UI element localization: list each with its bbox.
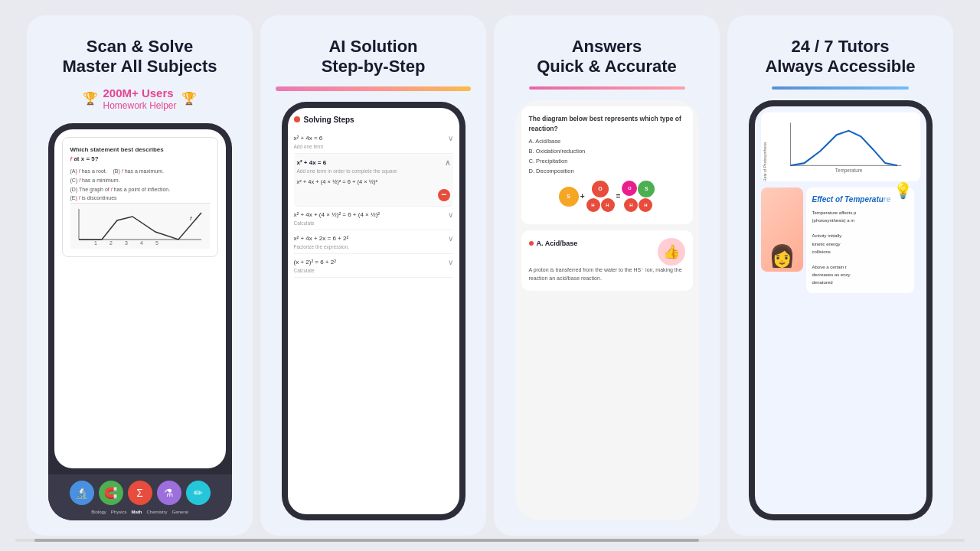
card-ai-solution: AI SolutionStep-by-Step Solving Steps x²… xyxy=(260,15,486,536)
underline-decoration-4 xyxy=(772,86,909,90)
step-1: x² + 4x = 6 ∨ Add one term xyxy=(294,130,453,154)
badge-text: 200M+ Users xyxy=(103,86,173,99)
step-3-toggle[interactable]: ∨ xyxy=(448,210,453,219)
quiz-options: A. Acid/baseB. Oxidation/reductionC. Pre… xyxy=(529,137,685,176)
biology-icon[interactable]: 🔬 xyxy=(70,481,94,505)
step-1-formula: x² + 4x = 6 xyxy=(294,135,323,142)
step-1-toggle[interactable]: ∨ xyxy=(448,134,453,142)
solving-steps-screen: Solving Steps x² + 4x = 6 ∨ Add one term… xyxy=(288,108,459,514)
molecule-H3: H xyxy=(624,198,638,212)
chart-area: Rate of Photosynthesis Temperature xyxy=(761,112,920,181)
h-pair-2: H H xyxy=(624,198,652,212)
phone-screen-2: Solving Steps x² + 4x = 6 ∨ Add one term… xyxy=(288,108,459,514)
svg-text:5: 5 xyxy=(155,240,158,246)
molecule-S1: S xyxy=(559,187,579,207)
badge-sub: Homework Helper xyxy=(103,100,176,111)
badge: 🏆 200M+ Users Homework Helper 🏆 xyxy=(83,86,196,111)
svg-text:4: 4 xyxy=(140,240,143,246)
card-answers: AnswersQuick & Accurate The diagram belo… xyxy=(494,15,720,536)
O-pink-O-row: O S xyxy=(622,181,655,197)
svg-text:2: 2 xyxy=(109,240,113,246)
chemistry-icon[interactable]: ⚗ xyxy=(157,481,181,505)
tab-labels: Biology Physics Math Chemistry General xyxy=(91,510,188,514)
card2-title: AI SolutionStep-by-Step xyxy=(322,37,426,77)
tab-math[interactable]: Math xyxy=(131,510,142,514)
molecule-S2: S xyxy=(638,181,655,197)
molecule-diagram: S + O H H = O xyxy=(529,176,685,217)
lightbulb-icon: 💡 xyxy=(893,181,913,200)
water-molecule: O H H xyxy=(586,181,615,212)
step-4-toggle[interactable]: ∨ xyxy=(448,234,453,243)
step-2-sub: x² + 4x + (4 × ½)² = 6 + (4 × ½)² − xyxy=(297,178,450,201)
plus-sign-1: + xyxy=(580,191,585,202)
physics-icon[interactable]: 🧲 xyxy=(99,481,123,505)
card4-title: 24 / 7 TutorsAlways Accessible xyxy=(765,37,915,77)
molecule-H4: H xyxy=(639,198,652,212)
graph-area: 1 2 3 4 5 f xyxy=(70,203,210,249)
general-icon[interactable]: ✏ xyxy=(186,481,211,505)
underline-decoration xyxy=(276,86,471,91)
answer-title: A. Acid/base xyxy=(529,238,578,249)
answer-header: A. Acid/base 👍 xyxy=(529,238,685,266)
card-tutors: 24 / 7 TutorsAlways Accessible Rate of P… xyxy=(727,15,953,536)
tutor-text-overlay: Effect of Temperature Temperature affect… xyxy=(806,187,914,293)
step-3-hint: Calculate xyxy=(294,220,453,226)
step-2-eq: x² + 4x = 6 ∧ xyxy=(297,158,450,167)
phone-screen-4: Rate of Photosynthesis Temperature 💡 👩 xyxy=(755,106,926,514)
step-4-eq: x² + 4x + 2x = 6 + 2² ∨ xyxy=(294,234,453,243)
tutor-section: 💡 👩 Effect of Temperature Temperature af… xyxy=(761,187,920,293)
phone-mockup-4: Rate of Photosynthesis Temperature 💡 👩 xyxy=(749,100,933,520)
step-5: (x + 2)² = 6 + 2² ∨ Calculate xyxy=(294,254,453,278)
main-container: Scan & SolveMaster All Subjects 🏆 200M+ … xyxy=(0,0,980,551)
answer-explanation: A proton is transferred from the water t… xyxy=(529,266,685,282)
thumbs-up-button[interactable]: 👍 xyxy=(658,238,685,266)
card1-title: Scan & SolveMaster All Subjects xyxy=(62,37,217,77)
chart-y-label: Rate of Photosynthesis xyxy=(763,112,767,181)
molecule-H1: H xyxy=(586,198,600,212)
phone-mockup-2: Solving Steps x² + 4x = 6 ∨ Add one term… xyxy=(282,102,466,520)
svg-text:f: f xyxy=(190,215,192,222)
minus-button[interactable]: − xyxy=(438,189,450,201)
answer-options: (A) f has a root. (B) f has a maximum. (… xyxy=(70,167,210,204)
graph-svg: 1 2 3 4 5 f xyxy=(70,205,210,247)
step-4-hint: Factorize the expression. xyxy=(294,244,453,249)
step-3: x² + 4x + (4 × ½)² = 6 + (4 × ½)² ∨ Calc… xyxy=(294,207,453,230)
answer-label: A. Acid/base xyxy=(537,238,578,249)
phone-mockup-3: The diagram below best represents which … xyxy=(515,100,699,520)
tutor-avatar: 👩 xyxy=(761,187,803,272)
phone-mockup-1: Which statement best describesf at x = 5… xyxy=(48,123,232,520)
math-problem-box: Which statement best describesf at x = 5… xyxy=(62,137,218,258)
question-text: Which statement best describesf at x = 5… xyxy=(70,145,210,164)
red-dot xyxy=(529,241,534,246)
step-5-hint: Calculate xyxy=(294,268,453,273)
step-1-eq: x² + 4x = 6 ∨ xyxy=(294,134,453,142)
icon-row: 🔬 🧲 Σ ⚗ ✏ xyxy=(70,481,211,505)
svg-text:Temperature: Temperature xyxy=(835,168,862,174)
tab-general[interactable]: General xyxy=(172,510,188,514)
quiz-question-box: The diagram below best represents which … xyxy=(521,106,693,225)
step-2-toggle[interactable]: ∧ xyxy=(445,158,450,167)
underline-decoration-3 xyxy=(529,86,685,90)
step-1-hint: Add one term xyxy=(294,144,453,149)
svg-text:3: 3 xyxy=(125,240,128,246)
step-5-toggle[interactable]: ∨ xyxy=(448,258,453,266)
step-3-eq: x² + 4x + (4 × ½)² = 6 + (4 × ½)² ∨ xyxy=(294,210,453,219)
solving-dot xyxy=(294,116,300,122)
solving-steps-label: Solving Steps xyxy=(304,116,354,124)
scrollbar-container[interactable] xyxy=(15,539,965,542)
step-2-hint: Add one term in order to complete the sq… xyxy=(297,168,450,174)
trophy-right-icon: 🏆 xyxy=(181,91,197,106)
tab-physics[interactable]: Physics xyxy=(111,510,127,514)
tab-biology[interactable]: Biology xyxy=(91,510,106,514)
scrollbar-thumb xyxy=(34,539,699,542)
svg-text:1: 1 xyxy=(94,240,97,246)
solving-title: Solving Steps xyxy=(294,116,453,124)
step-5-eq: (x + 2)² = 6 + 2² ∨ xyxy=(294,258,453,266)
step-5-formula: (x + 2)² = 6 + 2² xyxy=(294,259,336,266)
product-molecule: O S H H xyxy=(622,181,655,212)
tab-chemistry[interactable]: Chemistry xyxy=(146,510,167,514)
quiz-question: The diagram below best represents which … xyxy=(529,114,685,134)
molecule-H2: H xyxy=(601,198,615,212)
math-icon[interactable]: Σ xyxy=(128,481,152,505)
step-2: x² + 4x = 6 ∧ Add one term in order to c… xyxy=(294,154,453,207)
